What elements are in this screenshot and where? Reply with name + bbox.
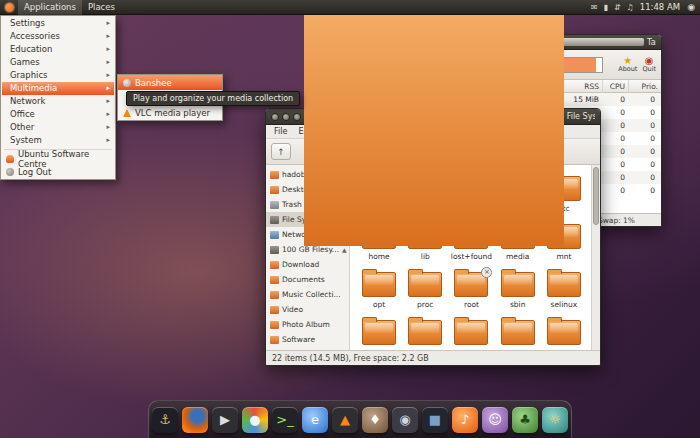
app-menu-item[interactable]: Office xyxy=(2,108,114,121)
task-prio: 0 xyxy=(629,173,661,182)
column-header-prio[interactable]: Prio. xyxy=(629,80,661,93)
about-button[interactable]: ★ About xyxy=(618,55,637,73)
sidebar-item-label: Download xyxy=(282,260,319,269)
applications-menu: Settings Accessories Education Games Gra… xyxy=(0,15,116,180)
window-title-text: Task Manager xyxy=(647,38,656,47)
sidebar-item[interactable]: Download ▲ xyxy=(266,257,349,272)
maximize-button[interactable] xyxy=(293,113,301,121)
submenu-item-banshee[interactable]: Banshee xyxy=(118,75,222,90)
places-menu-button[interactable]: Places xyxy=(82,0,121,15)
folder-name: media xyxy=(506,252,529,261)
power-menu-icon[interactable]: ◉ xyxy=(687,0,695,15)
file-manager-titlebar[interactable]: File System - File Manager xyxy=(266,109,600,125)
folder-item[interactable]: × root xyxy=(448,268,494,309)
sidebar-item-label: Video xyxy=(282,305,303,314)
folder-item[interactable]: × proc xyxy=(402,268,448,309)
app-menu-item[interactable]: Other xyxy=(2,121,114,134)
minimize-button[interactable] xyxy=(282,113,290,121)
no-access-emblem-icon: × xyxy=(481,267,492,278)
app-menu-item[interactable]: Network xyxy=(2,95,114,108)
terminal-icon[interactable]: >_ xyxy=(272,407,298,433)
close-button[interactable] xyxy=(271,113,279,121)
window-title-text: File System - File Manager xyxy=(567,112,595,121)
task-prio: 0 xyxy=(629,121,661,130)
film-icon[interactable]: ■ xyxy=(422,407,448,433)
chat-icon[interactable]: ☺ xyxy=(482,407,508,433)
go-up-button[interactable]: ↑ xyxy=(271,143,291,160)
folder-icon: × xyxy=(362,320,396,345)
app-menu-footer-item[interactable]: Ubuntu Software Centre xyxy=(2,152,114,165)
volume-icon[interactable]: ♫ xyxy=(627,0,634,15)
dock-anchor-icon[interactable]: ⚓ xyxy=(152,407,178,433)
app-menu-item[interactable]: Education xyxy=(2,43,114,56)
browser-icon[interactable]: ● xyxy=(242,407,268,433)
quit-button[interactable]: ◉ Quit xyxy=(642,55,656,73)
sidebar-item-label: Documents xyxy=(282,275,325,284)
app-menu-item[interactable]: Graphics xyxy=(2,69,114,82)
app-menu-item[interactable]: Multimedia xyxy=(2,82,114,95)
task-cpu: 0 xyxy=(603,147,629,156)
menubar-item[interactable]: File xyxy=(269,125,292,139)
folder-name: selinux xyxy=(551,300,578,309)
sidebar-item-label: Photo Album xyxy=(282,320,330,329)
folder-name: opt xyxy=(373,300,385,309)
banshee-tooltip: Play and organize your media collection xyxy=(126,91,300,106)
sidebar-item-icon xyxy=(270,306,279,314)
sidebar-item-label: Music Collecti... xyxy=(282,290,341,299)
app-menu-item[interactable]: Games xyxy=(2,56,114,69)
folder-icon: × xyxy=(501,320,535,345)
tree-icon[interactable]: ♣ xyxy=(512,407,538,433)
folder-name: mnt xyxy=(556,252,571,261)
folder-icon: × xyxy=(408,320,442,345)
app-menu-item[interactable]: Settings xyxy=(2,17,114,30)
vlc-icon[interactable]: ▲ xyxy=(332,407,358,433)
media-player-icon[interactable]: ▶ xyxy=(212,407,238,433)
system-tray: ✉ ▮ ⇵ ♫ xyxy=(591,0,634,15)
folder-icon: × xyxy=(362,272,396,297)
battery-icon[interactable]: ▮ xyxy=(604,0,608,15)
folder-item[interactable]: × xyxy=(402,316,448,350)
banshee-icon xyxy=(123,79,131,87)
firefox-icon[interactable] xyxy=(182,407,208,433)
folder-item[interactable]: × opt xyxy=(356,268,402,309)
submenu-item-vlc[interactable]: VLC media player xyxy=(118,105,222,120)
sidebar-item[interactable]: Video ▲ xyxy=(266,302,349,317)
task-prio: 0 xyxy=(629,160,661,169)
sidebar-item-icon xyxy=(270,246,279,254)
sidebar-item[interactable]: Software ▲ xyxy=(266,332,349,347)
applications-menu-button[interactable]: Applications xyxy=(18,0,82,15)
menu-item-icon xyxy=(6,168,14,176)
task-cpu: 0 xyxy=(603,134,629,143)
dock: ⚓ ▶ ● >_ e ▲ ♦ ◉ ■ ♪ ☺ ♣ ☼ xyxy=(148,400,572,438)
sidebar-item-icon xyxy=(270,186,279,194)
folder-item[interactable]: × xyxy=(356,316,402,350)
quit-label: Quit xyxy=(642,66,656,73)
sidebar-item-label: 100 GB Filesy... xyxy=(282,245,339,254)
menu-item-label: Log Out xyxy=(18,167,51,177)
sidebar-item[interactable]: Music Collecti... ▲ xyxy=(266,287,349,302)
folder-item[interactable]: × xyxy=(448,316,494,350)
mail-icon[interactable]: ✉ xyxy=(591,0,598,15)
email-icon[interactable]: e xyxy=(302,407,328,433)
vertical-scrollbar[interactable] xyxy=(591,165,600,350)
gimp-icon[interactable]: ♦ xyxy=(362,407,388,433)
column-header-cpu[interactable]: CPU xyxy=(603,80,629,93)
music-icon[interactable]: ♪ xyxy=(452,407,478,433)
eject-icon[interactable]: ▲ xyxy=(342,246,347,253)
camera-icon[interactable]: ◉ xyxy=(392,407,418,433)
clock[interactable]: 11:48 AM xyxy=(640,2,680,12)
menu-item-icon xyxy=(6,155,14,163)
island-icon[interactable]: ☼ xyxy=(542,407,568,433)
folder-item[interactable]: × xyxy=(541,316,587,350)
app-menu-item[interactable]: Accessories xyxy=(2,30,114,43)
app-menu-item[interactable]: System xyxy=(2,134,114,147)
sidebar-item[interactable]: Documents ▲ xyxy=(266,272,349,287)
network-icon[interactable]: ⇵ xyxy=(614,0,621,15)
swap-status: Swap: 1% xyxy=(598,216,635,225)
folder-item[interactable]: × sbin xyxy=(495,268,541,309)
folder-name: root xyxy=(464,300,479,309)
sidebar-item[interactable]: Photo Album ▲ xyxy=(266,317,349,332)
folder-item[interactable]: × selinux xyxy=(541,268,587,309)
scrollbar-thumb[interactable] xyxy=(593,167,599,225)
folder-item[interactable]: × xyxy=(495,316,541,350)
